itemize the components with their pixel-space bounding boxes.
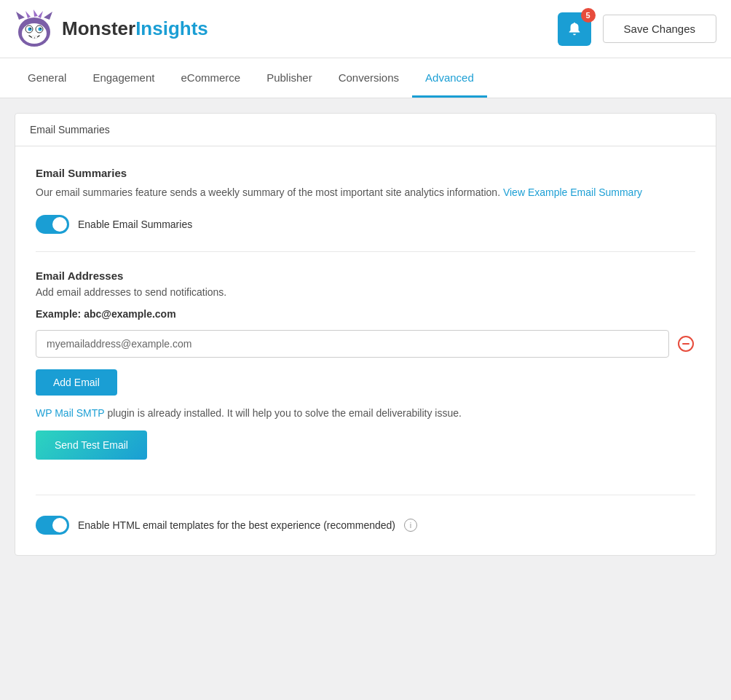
tab-general[interactable]: General	[15, 58, 79, 98]
email-summaries-description: Our email summaries feature sends a week…	[36, 185, 695, 200]
tab-publisher[interactable]: Publisher	[253, 58, 325, 98]
svg-marker-1	[16, 12, 25, 20]
divider-2	[36, 495, 695, 495]
email-input-row	[36, 330, 695, 358]
email-summaries-section: Email Summaries Our email summaries feat…	[36, 167, 695, 234]
add-email-button[interactable]: Add Email	[36, 369, 117, 396]
smtp-note: WP Mail SMTP plugin is already installed…	[36, 407, 695, 419]
smtp-note-suffix: plugin is already installed. It will hel…	[105, 407, 462, 419]
save-changes-button[interactable]: Save Changes	[603, 15, 716, 43]
logo-area: MonsterInsights	[15, 9, 208, 49]
header-right: 5 Save Changes	[558, 12, 716, 46]
html-toggle-slider	[36, 516, 69, 535]
svg-point-7	[39, 28, 42, 31]
remove-circle-icon	[678, 336, 694, 352]
email-summaries-title: Email Summaries	[36, 167, 695, 179]
html-email-info-icon[interactable]: i	[404, 519, 417, 532]
email-summaries-card: Email Summaries Email Summaries Our emai…	[15, 113, 716, 556]
email-example-text: Example: abc@example.com	[36, 308, 695, 320]
wp-mail-smtp-link[interactable]: WP Mail SMTP	[36, 407, 105, 419]
header: MonsterInsights 5 Save Changes	[0, 0, 731, 58]
send-test-email-button[interactable]: Send Test Email	[36, 430, 147, 460]
card-header: Email Summaries	[15, 114, 716, 146]
email-summaries-desc-text: Our email summaries feature sends a week…	[36, 186, 500, 198]
svg-marker-12	[25, 11, 31, 18]
logo-text-black: Monster	[62, 17, 135, 39]
nav-tabs: General Engagement eCommerce Publisher C…	[0, 58, 731, 98]
divider-1	[36, 251, 695, 252]
enable-email-summaries-toggle[interactable]	[36, 215, 69, 234]
email-address-input[interactable]	[36, 330, 669, 358]
enable-email-summaries-label: Enable Email Summaries	[78, 219, 192, 230]
svg-marker-2	[44, 12, 52, 20]
svg-point-8	[30, 28, 31, 29]
email-addresses-section: Email Addresses Add email addresses to s…	[36, 270, 695, 480]
tab-ecommerce[interactable]: eCommerce	[167, 58, 253, 98]
logo-text-blue: Insights	[135, 17, 208, 39]
svg-rect-10	[32, 36, 34, 39]
html-email-toggle[interactable]	[36, 516, 69, 535]
toggle-slider	[36, 215, 69, 234]
monster-logo-icon	[15, 9, 55, 49]
email-addresses-title: Email Addresses	[36, 270, 695, 282]
view-example-link[interactable]: View Example Email Summary	[503, 186, 642, 198]
main-content: Email Summaries Email Summaries Our emai…	[0, 98, 731, 570]
svg-marker-13	[33, 9, 38, 17]
notification-button[interactable]: 5	[558, 12, 591, 46]
card-header-label: Email Summaries	[30, 124, 110, 135]
remove-email-button[interactable]	[676, 334, 695, 353]
email-addresses-desc: Add email addresses to send notification…	[36, 286, 695, 298]
svg-marker-14	[38, 11, 43, 18]
card-body: Email Summaries Our email summaries feat…	[15, 146, 716, 555]
html-email-label: Enable HTML email templates for the best…	[78, 519, 395, 531]
logo-text: MonsterInsights	[62, 17, 208, 40]
enable-email-summaries-row: Enable Email Summaries	[36, 215, 695, 234]
html-email-toggle-row: Enable HTML email templates for the best…	[36, 513, 695, 535]
svg-point-6	[28, 28, 32, 31]
tab-conversions[interactable]: Conversions	[325, 58, 412, 98]
svg-point-3	[22, 23, 47, 44]
svg-rect-11	[35, 36, 37, 39]
tab-advanced[interactable]: Advanced	[412, 58, 487, 98]
tab-engagement[interactable]: Engagement	[79, 58, 167, 98]
bell-icon	[566, 21, 582, 37]
notification-badge: 5	[581, 8, 596, 23]
svg-point-9	[40, 28, 42, 29]
